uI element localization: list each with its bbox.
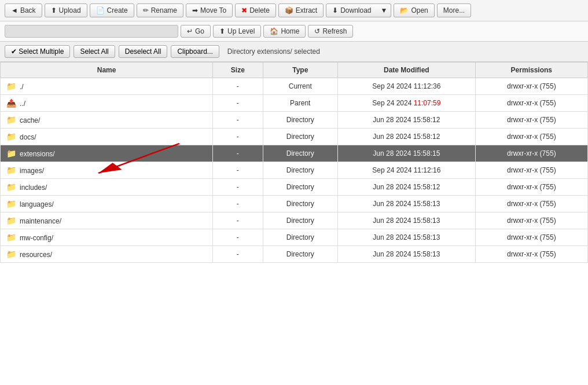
table-row[interactable]: ./-CurrentSep 24 2024 11:12:36drwxr-xr-x… [1, 78, 588, 95]
file-type: Directory [263, 162, 338, 179]
table-row[interactable]: maintenance/-DirectoryJun 28 2024 15:58:… [1, 212, 588, 229]
file-type: Directory [263, 145, 338, 162]
folder-icon [6, 166, 16, 175]
file-size: - [213, 162, 263, 179]
file-permissions: drwxr-xr-x (755) [475, 78, 587, 95]
file-name: ../ [20, 100, 25, 108]
file-permissions: drwxr-xr-x (755) [475, 145, 587, 162]
table-row[interactable]: mw-config/-DirectoryJun 28 2024 15:58:13… [1, 229, 588, 246]
file-table: Name Size Type Date Modified Permissions… [0, 62, 588, 263]
deselect-all-button[interactable]: Deselect All [119, 45, 168, 58]
file-size: - [213, 112, 263, 129]
file-date: Jun 28 2024 15:58:13 [338, 212, 476, 229]
folder-up-icon [6, 98, 16, 108]
select-all-button[interactable]: Select All [74, 45, 115, 58]
file-name: includes/ [20, 184, 47, 192]
go-button[interactable]: ↵ Go [181, 25, 211, 38]
file-type: Directory [263, 112, 338, 129]
file-size: - [213, 246, 263, 263]
folder-icon [6, 115, 16, 124]
open-button[interactable]: 📂 Open [394, 3, 434, 17]
select-multiple-button[interactable]: ✔ Select Multiple [5, 45, 70, 58]
file-date: Jun 28 2024 15:58:12 [338, 129, 476, 145]
folder-icon [6, 199, 16, 208]
upload-button[interactable]: ⬆ Upload [45, 3, 87, 17]
file-type: Directory [263, 179, 338, 196]
open-icon: 📂 [400, 6, 409, 14]
table-row[interactable]: cache/-DirectoryJun 28 2024 15:58:12drwx… [1, 112, 588, 129]
table-row[interactable]: extensions/-DirectoryJun 28 2024 15:58:1… [1, 145, 588, 162]
file-permissions: drwxr-xr-x (755) [475, 129, 587, 145]
toolbar: ◄ Back ⬆ Upload 📄 Create ✏ Rename ➡ Move… [0, 0, 588, 21]
file-date: Jun 28 2024 15:58:13 [338, 229, 476, 246]
file-date: Sep 24 2024 11:12:36 [338, 78, 476, 95]
file-type: Parent [263, 95, 338, 112]
create-button[interactable]: 📄 Create [90, 3, 134, 17]
file-name: languages/ [20, 200, 54, 208]
delete-icon: ✖ [241, 6, 247, 14]
col-header-type: Type [263, 63, 338, 78]
rename-button[interactable]: ✏ Rename [137, 3, 183, 17]
file-size: - [213, 145, 263, 162]
file-type: Directory [263, 229, 338, 246]
delete-button[interactable]: ✖ Delete [235, 3, 276, 17]
refresh-icon: ↺ [314, 27, 320, 35]
file-name: images/ [20, 167, 44, 175]
file-type: Directory [263, 129, 338, 145]
home-button[interactable]: 🏠 Home [263, 25, 306, 38]
file-size: - [213, 179, 263, 196]
file-permissions: drwxr-xr-x (755) [475, 95, 587, 112]
uplevel-button[interactable]: ⬆ Up Level [213, 25, 261, 38]
folder-icon [6, 182, 16, 192]
file-permissions: drwxr-xr-x (755) [475, 212, 587, 229]
file-date: Sep 24 2024 11:07:59 [338, 95, 476, 112]
table-row[interactable]: ../-ParentSep 24 2024 11:07:59drwxr-xr-x… [1, 95, 588, 112]
file-name: resources/ [20, 251, 52, 259]
table-header-row: Name Size Type Date Modified Permissions [1, 63, 588, 78]
file-size: - [213, 95, 263, 112]
clipboard-button[interactable]: Clipboard... [171, 45, 219, 58]
folder-icon [6, 82, 16, 91]
moveto-icon: ➡ [192, 6, 198, 14]
extract-button[interactable]: 📦 Extract [278, 3, 324, 17]
table-row[interactable]: docs/-DirectoryJun 28 2024 15:58:12drwxr… [1, 129, 588, 145]
col-header-size: Size [213, 63, 263, 78]
back-button[interactable]: ◄ Back [5, 3, 42, 17]
file-name: cache/ [20, 116, 40, 124]
pathbar: ↵ Go ⬆ Up Level 🏠 Home ↺ Refresh [0, 21, 588, 42]
chevron-down-icon: ▼ [381, 6, 388, 14]
download-button[interactable]: ⬇ Download [326, 3, 377, 17]
file-size: - [213, 229, 263, 246]
download-dropdown-button[interactable]: ▼ [377, 3, 392, 17]
file-size: - [213, 78, 263, 95]
file-size: - [213, 212, 263, 229]
file-date: Jun 28 2024 15:58:13 [338, 196, 476, 212]
folder-icon [6, 233, 16, 242]
folder-icon [6, 149, 16, 158]
selection-bar: ✔ Select Multiple Select All Deselect Al… [0, 42, 588, 62]
file-type: Current [263, 78, 338, 95]
table-row[interactable]: resources/-DirectoryJun 28 2024 15:58:13… [1, 246, 588, 263]
file-type: Directory [263, 196, 338, 212]
upload-icon: ⬆ [51, 6, 57, 14]
path-input[interactable] [5, 25, 178, 38]
file-name: ./ [20, 83, 24, 91]
file-table-wrapper: Name Size Type Date Modified Permissions… [0, 62, 588, 263]
go-icon: ↵ [187, 27, 193, 35]
refresh-button[interactable]: ↺ Refresh [308, 25, 353, 38]
table-row[interactable]: languages/-DirectoryJun 28 2024 15:58:13… [1, 196, 588, 212]
file-type: Directory [263, 212, 338, 229]
file-permissions: drwxr-xr-x (755) [475, 162, 587, 179]
file-date: Jun 28 2024 15:58:15 [338, 145, 476, 162]
more-button[interactable]: More... [437, 3, 471, 17]
table-row[interactable]: includes/-DirectoryJun 28 2024 15:58:12d… [1, 179, 588, 196]
moveto-button[interactable]: ➡ Move To [186, 3, 233, 17]
table-row[interactable]: images/-DirectorySep 24 2024 11:12:16drw… [1, 162, 588, 179]
col-header-perm: Permissions [475, 63, 587, 78]
file-permissions: drwxr-xr-x (755) [475, 179, 587, 196]
download-icon: ⬇ [332, 6, 338, 14]
file-name: extensions/ [20, 150, 55, 158]
file-name: maintenance/ [20, 217, 61, 225]
file-size: - [213, 196, 263, 212]
rename-icon: ✏ [143, 6, 149, 14]
